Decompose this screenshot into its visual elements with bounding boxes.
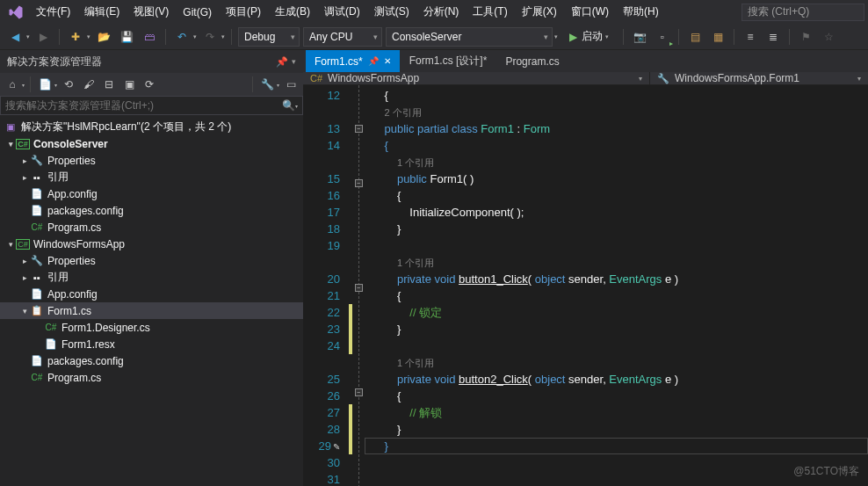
nav-member-dropdown[interactable]: 🔧 WindowsFormsApp.Form1	[650, 72, 868, 84]
save-all-icon[interactable]: 🗃	[140, 27, 159, 47]
class-icon: 🔧	[657, 73, 669, 84]
tree-arrow-icon[interactable]: ▾	[5, 240, 16, 249]
menu-item[interactable]: 帮助(H)	[617, 1, 665, 23]
tree-item[interactable]: ▾📋Form1.cs	[0, 302, 303, 319]
fold-column: −−−−	[352, 85, 365, 486]
tree-arrow-icon[interactable]: ▸	[19, 273, 30, 282]
menu-item[interactable]: 视图(V)	[127, 1, 175, 23]
tree-arrow-icon[interactable]: ▸	[19, 156, 30, 165]
close-pane-icon[interactable]: ▭	[282, 76, 300, 93]
form-icon: 📋	[30, 304, 44, 318]
tree-item[interactable]: ▸🔧Properties	[0, 152, 303, 169]
panel-toolbar: ⌂▾ 📄▾ ⟲ 🖌 ⊟ ▣ ⟳ 🔧▾ ▭	[0, 73, 303, 96]
tree-item[interactable]: C#Program.cs	[0, 369, 303, 386]
menu-item[interactable]: 扩展(X)	[516, 1, 563, 23]
tree-arrow-icon[interactable]: ▾	[19, 307, 30, 316]
pin-icon[interactable]: 📌	[276, 56, 288, 68]
panel-search-input[interactable]	[5, 99, 279, 112]
tb-icon-3[interactable]: ▤	[685, 27, 705, 47]
showall-icon[interactable]: ▣	[120, 76, 138, 93]
tree-item[interactable]: 📄Form1.resx	[0, 336, 303, 352]
cs-icon: C#	[16, 237, 30, 251]
nav-fwd-icon[interactable]: ▶	[33, 27, 53, 47]
tree-item[interactable]: ▾C#ConsoleServer	[0, 135, 303, 152]
tree-item[interactable]: 📄App.config	[0, 286, 303, 302]
line-numbers: 121314151617181920212223242526272829✎303…	[303, 85, 349, 486]
tree-item[interactable]: 📄packages.config	[0, 202, 303, 219]
redo-icon[interactable]: ↷	[200, 27, 220, 47]
tree-arrow-icon[interactable]: ▸	[19, 173, 30, 182]
menu-item[interactable]: 生成(B)	[269, 1, 316, 23]
sync-icon[interactable]: ⟲	[60, 76, 77, 93]
undo-icon[interactable]: ↶	[172, 27, 192, 47]
menu-item[interactable]: 测试(S)	[368, 1, 416, 23]
open-icon[interactable]: 📂	[94, 27, 113, 47]
start-debug-button[interactable]: ▶ 启动 ▾	[561, 27, 617, 47]
nav-back-icon[interactable]: ◀	[5, 27, 25, 47]
tree-arrow-icon[interactable]: ▾	[5, 140, 16, 149]
csfile-icon: C#	[30, 221, 44, 235]
menu-item[interactable]: Git(G)	[177, 3, 218, 22]
content-area: 解决方案资源管理器 📌 ▾ ⌂▾ 📄▾ ⟲ 🖌 ⊟ ▣ ⟳ 🔧▾ ▭ 🔍▾ ▣ …	[0, 50, 868, 486]
menu-item[interactable]: 分析(N)	[417, 1, 466, 23]
cs-icon: C#	[16, 137, 30, 151]
refresh-icon[interactable]: ⟳	[141, 76, 158, 93]
cfg-icon: 📄	[30, 354, 44, 368]
menu-item[interactable]: 调试(D)	[318, 1, 366, 23]
nav-namespace-dropdown[interactable]: C# WindowsFormsApp	[303, 72, 650, 84]
collapse-icon[interactable]: ⊟	[100, 76, 118, 93]
tree-item[interactable]: 📄App.config	[0, 185, 303, 202]
tb-flag-icon[interactable]: ⚑	[796, 27, 815, 47]
quick-search-input[interactable]: 搜索 (Ctrl+Q)	[741, 4, 864, 21]
panel-menu-icon[interactable]: ▾	[292, 57, 296, 66]
tb-icon-1[interactable]: 📷	[630, 27, 649, 47]
solution-icon: ▣	[4, 120, 18, 134]
cfg-icon: 📄	[30, 287, 44, 301]
tree-item[interactable]: C#Program.cs	[0, 219, 303, 236]
csfile-icon: C#	[30, 371, 44, 385]
tree-item[interactable]: 📄packages.config	[0, 352, 303, 369]
home-icon[interactable]: ⌂	[4, 76, 21, 93]
tree-item[interactable]: ▸▪▪引用	[0, 269, 303, 286]
startup-dropdown[interactable]: ConsoleServer	[386, 27, 553, 47]
watermark: @51CTO博客	[793, 464, 859, 479]
code-view[interactable]: 121314151617181920212223242526272829✎303…	[303, 85, 868, 486]
editor-tab[interactable]: Program.cs	[496, 50, 568, 72]
platform-dropdown[interactable]: Any CPU	[303, 27, 382, 47]
tb-icon-4[interactable]: ▦	[708, 27, 727, 47]
menu-item[interactable]: 文件(F)	[30, 1, 76, 23]
refs-icon: ▪▪	[30, 271, 44, 285]
config-dropdown[interactable]: Debug	[238, 27, 300, 47]
doc-icon[interactable]: 📄	[36, 76, 54, 93]
new-project-icon[interactable]: ✚	[66, 27, 85, 47]
tree-item[interactable]: ▸🔧Properties	[0, 252, 303, 269]
menu-item[interactable]: 编辑(E)	[78, 1, 126, 23]
brush-icon[interactable]: 🖌	[80, 76, 98, 93]
pin-icon[interactable]: 📌	[368, 56, 379, 66]
tb-star-icon[interactable]: ☆	[819, 27, 838, 47]
panel-header: 解决方案资源管理器 📌 ▾	[0, 50, 303, 73]
panel-search[interactable]: 🔍▾	[0, 96, 303, 115]
editor-tab[interactable]: Form1.cs*📌✕	[306, 50, 400, 72]
close-icon[interactable]: ✕	[384, 56, 391, 66]
tree-arrow-icon[interactable]: ▸	[19, 257, 30, 265]
tree-item[interactable]: C#Form1.Designer.cs	[0, 319, 303, 336]
editor-tabs: Form1.cs*📌✕Form1.cs [设计]*Program.cs	[303, 50, 868, 72]
menu-item[interactable]: 项目(P)	[220, 1, 267, 23]
solution-node[interactable]: ▣ 解决方案"HslMRpcLearn"(2 个项目，共 2 个)	[0, 119, 303, 135]
cfg-icon: 📄	[30, 187, 44, 201]
tree-item[interactable]: ▾C#WindowsFormsApp	[0, 236, 303, 252]
code-content[interactable]: { 2 个引用 public partial class Form1 : For…	[365, 85, 868, 486]
menu-item[interactable]: 窗口(W)	[565, 1, 615, 23]
wrench-icon: 🔧	[30, 254, 44, 268]
editor-tab[interactable]: Form1.cs [设计]*	[401, 50, 496, 72]
vs-logo-icon	[7, 4, 25, 21]
search-icon[interactable]: 🔍	[279, 99, 297, 112]
menu-item[interactable]: 工具(T)	[467, 1, 513, 23]
save-icon[interactable]: 💾	[117, 27, 136, 47]
tb-icon-2[interactable]: ▫▸	[653, 27, 672, 47]
tree-item[interactable]: ▸▪▪引用	[0, 169, 303, 185]
tb-icon-5[interactable]: ≡	[741, 27, 760, 47]
wrench-icon[interactable]: 🔧	[258, 76, 276, 93]
tb-icon-6[interactable]: ≣	[763, 27, 783, 47]
